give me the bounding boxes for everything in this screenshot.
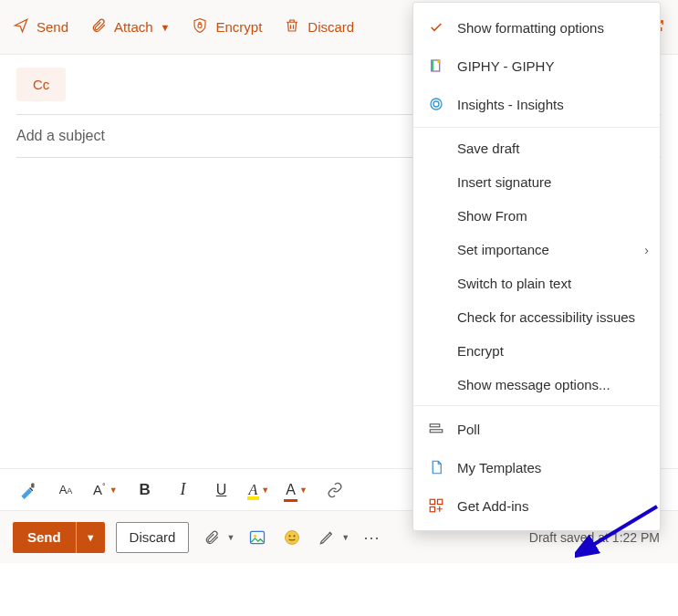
paperclip-icon [200, 526, 224, 549]
menu-save-draft[interactable]: Save draft [413, 131, 660, 165]
svg-rect-9 [438, 60, 440, 63]
svg-rect-15 [438, 499, 443, 504]
svg-rect-8 [432, 60, 433, 71]
send-icon [13, 17, 29, 37]
font-size-button[interactable]: A° ▼ [93, 482, 118, 497]
format-painter-button[interactable] [16, 479, 38, 501]
menu-label: GIPHY - GIPHY [457, 58, 554, 74]
emoji-icon [283, 528, 301, 547]
send-label: Send [27, 529, 61, 545]
italic-icon: I [181, 480, 186, 499]
templates-icon [426, 457, 446, 477]
chevron-down-icon: ▼ [110, 485, 118, 495]
send-button-top[interactable]: Send [9, 12, 72, 42]
bold-icon: B [139, 481, 150, 499]
paint-roller-icon [18, 481, 37, 499]
menu-label: Check for accessibility issues [457, 309, 635, 325]
menu-encrypt[interactable]: Encrypt [413, 334, 660, 368]
status-text: Draft saved at 1:22 PM [529, 530, 660, 545]
menu-label: Poll [457, 422, 480, 437]
chevron-down-icon: ▼ [341, 533, 349, 542]
insert-emoji-button[interactable] [280, 526, 304, 549]
menu-insights[interactable]: Insights - Insights [413, 85, 660, 123]
send-split-button[interactable]: Send ▼ [13, 522, 105, 553]
menu-set-importance[interactable]: Set importance › [413, 233, 660, 266]
discard-label: Discard [130, 529, 176, 545]
attach-button[interactable]: Attach ▼ [87, 12, 173, 42]
chevron-down-icon: ▼ [226, 533, 235, 542]
svg-point-5 [289, 535, 291, 537]
svg-point-11 [433, 101, 439, 107]
menu-label: Show message options... [457, 377, 610, 392]
menu-separator [413, 405, 660, 406]
svg-rect-13 [430, 430, 443, 433]
italic-button[interactable]: I [172, 479, 194, 501]
discard-button-bottom[interactable]: Discard [116, 522, 190, 553]
svg-rect-1 [31, 483, 34, 487]
svg-point-3 [254, 534, 256, 537]
send-label: Send [37, 19, 68, 35]
encrypt-label: Encrypt [215, 19, 262, 35]
bold-button[interactable]: B [134, 479, 156, 501]
menu-show-formatting[interactable]: Show formatting options [413, 8, 660, 47]
menu-label: Set importance [457, 242, 549, 257]
font-color-icon: A [286, 482, 296, 498]
underline-button[interactable]: U [211, 479, 233, 501]
chevron-down-icon: ▼ [261, 485, 269, 495]
check-icon [426, 17, 446, 37]
font-button[interactable]: AA [55, 479, 77, 501]
svg-rect-16 [430, 507, 434, 512]
pen-button[interactable]: ▼ [315, 526, 349, 549]
paperclip-icon [90, 17, 107, 37]
menu-label: Insert signature [457, 174, 551, 190]
menu-accessibility-check[interactable]: Check for accessibility issues [413, 300, 660, 334]
cc-label: Cc [33, 77, 49, 92]
draft-status: Draft saved at 1:22 PM [529, 530, 665, 545]
menu-switch-plain-text[interactable]: Switch to plain text [413, 266, 660, 300]
link-icon [327, 482, 343, 498]
poll-icon [426, 419, 446, 439]
svg-point-10 [431, 99, 442, 110]
picture-icon [248, 528, 266, 547]
font-size-icon: A° [93, 482, 106, 497]
menu-poll[interactable]: Poll [413, 410, 660, 448]
svg-rect-2 [251, 531, 265, 543]
more-options-button[interactable]: ⋯ [360, 526, 384, 549]
font-color-button[interactable]: A ▼ [286, 482, 308, 498]
addins-icon [426, 496, 446, 516]
encrypt-button[interactable]: Encrypt [188, 12, 266, 42]
discard-button-top[interactable]: Discard [280, 12, 358, 42]
menu-label: Switch to plain text [457, 276, 571, 291]
insights-icon [426, 94, 446, 114]
send-dropdown[interactable]: ▼ [76, 522, 105, 553]
menu-giphy[interactable]: GIPHY - GIPHY [413, 47, 660, 85]
menu-insert-signature[interactable]: Insert signature [413, 165, 660, 199]
insert-link-button[interactable] [324, 479, 346, 501]
menu-label: Show formatting options [457, 20, 604, 36]
attach-bottom-button[interactable]: ▼ [200, 526, 235, 549]
attach-label: Attach [114, 19, 153, 35]
svg-rect-14 [430, 499, 434, 504]
insert-picture-button[interactable] [245, 526, 269, 549]
menu-label: Show From [457, 208, 527, 224]
menu-label: Encrypt [457, 343, 504, 359]
cc-button[interactable]: Cc [16, 68, 66, 101]
svg-rect-12 [430, 424, 440, 427]
menu-get-addins[interactable]: Get Add-ins [413, 486, 660, 525]
svg-point-6 [294, 535, 296, 537]
chevron-right-icon: › [644, 243, 649, 257]
menu-show-from[interactable]: Show From [413, 199, 660, 233]
menu-label: Insights - Insights [457, 97, 564, 112]
send-main[interactable]: Send [13, 522, 76, 553]
chevron-down-icon: ▼ [161, 22, 171, 33]
menu-label: Get Add-ins [457, 498, 528, 514]
font-icon: AA [59, 483, 73, 496]
highlight-button[interactable]: A ▼ [249, 482, 270, 498]
menu-my-templates[interactable]: My Templates [413, 448, 660, 486]
highlight-icon: A [249, 482, 258, 498]
giphy-icon [426, 56, 446, 76]
pen-icon [315, 526, 339, 549]
menu-label: My Templates [457, 460, 541, 475]
menu-label: Save draft [457, 141, 519, 156]
menu-message-options[interactable]: Show message options... [413, 368, 660, 402]
